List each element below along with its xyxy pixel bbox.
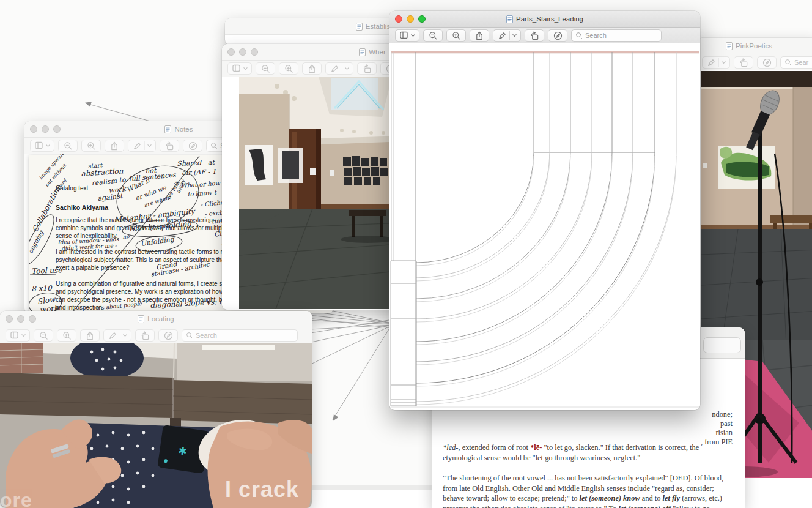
search-placeholder: Search	[585, 32, 607, 39]
close-button[interactable]	[30, 125, 37, 133]
locating-title: Locating	[138, 315, 174, 323]
zoom-out-icon	[64, 141, 73, 151]
sidebar-button[interactable]	[6, 329, 30, 342]
establish-title: Establis	[356, 23, 390, 31]
zoom-in-button[interactable]	[279, 62, 298, 75]
sidebar-button[interactable]	[30, 140, 54, 152]
notes-title-text: Notes	[174, 125, 193, 133]
zoom-button[interactable]	[251, 48, 258, 56]
share-icon	[308, 64, 316, 73]
markup-icon	[345, 67, 349, 70]
photo-watermark-text: I crack	[225, 477, 299, 502]
minimize-button[interactable]	[239, 48, 246, 56]
wher-title: Wher	[359, 48, 385, 56]
handwritten-note: Tool use	[31, 266, 62, 275]
zoom-button[interactable]	[29, 315, 36, 323]
sidebar-icon	[10, 331, 20, 340]
document-icon	[356, 23, 363, 31]
handwritten-note: Shared - at	[177, 159, 215, 168]
minimize-button[interactable]	[42, 125, 49, 133]
sidebar-button[interactable]	[227, 62, 252, 75]
window-parts-stairs-leading[interactable]: Parts_Stairs_Leading Search	[389, 11, 700, 410]
markup-circle-icon	[188, 141, 197, 151]
markup-circle-button[interactable]	[757, 56, 777, 69]
share-icon	[110, 141, 119, 151]
locating-window-controls	[6, 315, 36, 323]
rotate-button[interactable]	[135, 329, 155, 342]
stair-parts-cad-drawing	[389, 43, 700, 410]
notes-window-controls	[30, 125, 61, 133]
statement-paragraph: I am interested in the contrast between …	[56, 248, 237, 272]
etymology-paragraph: "The shortening of the root vowel ... ha…	[443, 473, 735, 508]
search-input[interactable]: Search	[571, 29, 662, 42]
parts-title-text: Parts_Stairs_Leading	[516, 15, 583, 23]
zoom-out-icon	[39, 331, 48, 340]
document-icon	[506, 15, 513, 23]
markup-circle-button[interactable]	[548, 29, 567, 42]
close-button[interactable]	[227, 48, 235, 56]
markup-circle-icon	[553, 31, 563, 40]
locating-toolbar: Search	[0, 327, 312, 344]
wher-title-text: Wher	[369, 48, 385, 56]
window-locating[interactable]: Locating Search	[0, 311, 312, 508]
markup-icon	[133, 141, 142, 150]
markup-button[interactable]	[128, 140, 156, 152]
zoom-out-icon	[261, 64, 270, 73]
markup-circle-icon	[164, 331, 173, 340]
share-button[interactable]	[470, 29, 489, 42]
share-icon	[86, 331, 94, 340]
markup-button[interactable]	[325, 62, 353, 75]
markup-button[interactable]	[702, 56, 730, 69]
minimize-button[interactable]	[17, 315, 24, 323]
pinkpoetics-title: PinkPoetics	[726, 42, 772, 50]
share-button[interactable]	[302, 62, 322, 75]
search-input[interactable]: Sear	[780, 56, 812, 69]
close-button[interactable]	[395, 15, 402, 23]
close-button[interactable]	[6, 315, 13, 323]
handwritten-note: to know t	[187, 189, 216, 198]
handwritten-note: against	[97, 192, 123, 203]
zoom-in-icon	[62, 331, 72, 340]
search-icon	[186, 332, 193, 339]
etymology-search-field[interactable]	[703, 337, 741, 353]
locating-title-text: Locating	[147, 315, 174, 323]
rotate-icon	[363, 64, 372, 73]
rotate-button[interactable]	[357, 62, 377, 75]
zoom-out-button[interactable]	[256, 62, 275, 75]
markup-circle-button[interactable]	[158, 329, 178, 342]
minimize-button[interactable]	[407, 15, 414, 23]
markup-icon	[707, 58, 716, 67]
search-placeholder: Sear	[794, 59, 808, 66]
zoom-in-button[interactable]	[81, 140, 101, 152]
pinkpoetics-titlebar[interactable]: PinkPoetics	[696, 38, 812, 54]
markup-button[interactable]	[493, 29, 521, 42]
zoom-button[interactable]	[418, 15, 426, 23]
markup-button[interactable]	[103, 329, 131, 342]
rotate-button[interactable]	[734, 56, 753, 69]
zoom-out-button[interactable]	[423, 29, 443, 42]
parts-titlebar[interactable]: Parts_Stairs_Leading	[389, 11, 700, 28]
markup-circle-icon	[762, 58, 772, 67]
zoom-out-icon	[429, 31, 438, 40]
search-placeholder: Search	[196, 332, 217, 339]
sidebar-icon	[21, 334, 26, 337]
rotate-button[interactable]	[160, 140, 179, 152]
parts-toolbar: Search	[389, 28, 700, 44]
zoom-out-button[interactable]	[58, 140, 78, 152]
zoom-out-button[interactable]	[34, 329, 53, 342]
locating-titlebar[interactable]: Locating	[0, 311, 312, 327]
share-button[interactable]	[105, 140, 124, 152]
zoom-in-button[interactable]	[57, 329, 76, 342]
sidebar-icon	[411, 34, 415, 37]
zoom-in-button[interactable]	[446, 29, 466, 42]
markup-icon	[512, 34, 517, 37]
share-button[interactable]	[80, 329, 100, 342]
rotate-button[interactable]	[525, 29, 544, 42]
markup-circle-button[interactable]	[183, 140, 202, 152]
search-input[interactable]: Search	[182, 329, 298, 342]
sidebar-button[interactable]	[395, 29, 419, 42]
markup-icon	[123, 334, 127, 337]
parts-title: Parts_Stairs_Leading	[506, 15, 583, 23]
markup-icon	[330, 64, 339, 73]
zoom-button[interactable]	[53, 125, 61, 133]
